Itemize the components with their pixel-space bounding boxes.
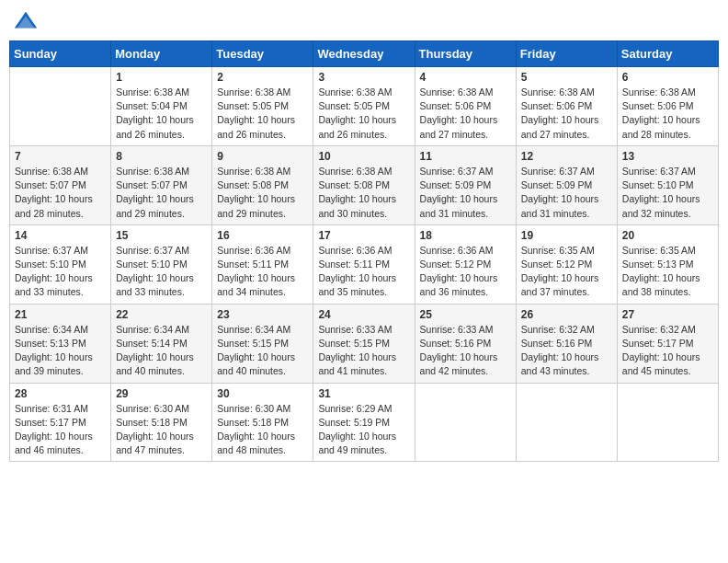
day-number: 6	[622, 71, 713, 84]
calendar-week-row: 21Sunrise: 6:34 AMSunset: 5:13 PMDayligh…	[10, 304, 719, 383]
day-info: Sunrise: 6:31 AMSunset: 5:17 PMDaylight:…	[15, 402, 106, 458]
logo	[13, 9, 42, 35]
day-info: Sunrise: 6:38 AMSunset: 5:08 PMDaylight:…	[318, 165, 409, 221]
calendar-cell: 16Sunrise: 6:36 AMSunset: 5:11 PMDayligh…	[212, 224, 313, 304]
day-number: 1	[116, 71, 207, 84]
day-info: Sunrise: 6:36 AMSunset: 5:11 PMDaylight:…	[318, 244, 409, 300]
calendar-cell: 12Sunrise: 6:37 AMSunset: 5:09 PMDayligh…	[516, 145, 617, 224]
day-info: Sunrise: 6:37 AMSunset: 5:10 PMDaylight:…	[622, 165, 713, 221]
day-info: Sunrise: 6:37 AMSunset: 5:09 PMDaylight:…	[521, 165, 612, 221]
weekday-header-sunday: Sunday	[10, 41, 111, 67]
weekday-header-monday: Monday	[111, 41, 212, 67]
day-number: 17	[318, 229, 409, 242]
day-info: Sunrise: 6:38 AMSunset: 5:06 PMDaylight:…	[420, 86, 511, 142]
calendar-cell: 3Sunrise: 6:38 AMSunset: 5:05 PMDaylight…	[313, 67, 415, 146]
calendar-week-row: 28Sunrise: 6:31 AMSunset: 5:17 PMDayligh…	[10, 383, 719, 462]
day-info: Sunrise: 6:30 AMSunset: 5:18 PMDaylight:…	[217, 402, 308, 458]
day-number: 27	[622, 308, 713, 321]
calendar-cell: 7Sunrise: 6:38 AMSunset: 5:07 PMDaylight…	[10, 145, 111, 224]
calendar-cell: 10Sunrise: 6:38 AMSunset: 5:08 PMDayligh…	[313, 145, 415, 224]
calendar-cell: 6Sunrise: 6:38 AMSunset: 5:06 PMDaylight…	[617, 67, 718, 146]
calendar-cell: 5Sunrise: 6:38 AMSunset: 5:06 PMDaylight…	[516, 67, 617, 146]
calendar-cell	[10, 67, 111, 146]
calendar-cell	[516, 383, 617, 462]
day-number: 29	[116, 387, 207, 400]
day-number: 23	[217, 308, 308, 321]
day-info: Sunrise: 6:34 AMSunset: 5:14 PMDaylight:…	[116, 323, 207, 379]
calendar-cell: 9Sunrise: 6:38 AMSunset: 5:08 PMDaylight…	[212, 145, 313, 224]
day-info: Sunrise: 6:34 AMSunset: 5:13 PMDaylight:…	[15, 323, 106, 379]
calendar-cell: 11Sunrise: 6:37 AMSunset: 5:09 PMDayligh…	[415, 145, 516, 224]
day-info: Sunrise: 6:38 AMSunset: 5:04 PMDaylight:…	[116, 86, 207, 142]
day-number: 31	[318, 387, 409, 400]
weekday-header-wednesday: Wednesday	[313, 41, 415, 67]
day-number: 16	[217, 229, 308, 242]
weekday-header-row: SundayMondayTuesdayWednesdayThursdayFrid…	[10, 41, 719, 67]
calendar-cell: 15Sunrise: 6:37 AMSunset: 5:10 PMDayligh…	[111, 224, 212, 304]
day-number: 28	[15, 387, 106, 400]
calendar-cell	[617, 383, 718, 462]
day-info: Sunrise: 6:29 AMSunset: 5:19 PMDaylight:…	[318, 402, 409, 458]
day-info: Sunrise: 6:32 AMSunset: 5:17 PMDaylight:…	[622, 323, 713, 379]
day-info: Sunrise: 6:38 AMSunset: 5:05 PMDaylight:…	[318, 86, 409, 142]
day-info: Sunrise: 6:35 AMSunset: 5:13 PMDaylight:…	[622, 244, 713, 300]
calendar-cell: 26Sunrise: 6:32 AMSunset: 5:16 PMDayligh…	[516, 304, 617, 383]
calendar-cell: 18Sunrise: 6:36 AMSunset: 5:12 PMDayligh…	[415, 224, 516, 304]
day-info: Sunrise: 6:38 AMSunset: 5:07 PMDaylight:…	[15, 165, 106, 221]
calendar-cell: 29Sunrise: 6:30 AMSunset: 5:18 PMDayligh…	[111, 383, 212, 462]
calendar-cell: 27Sunrise: 6:32 AMSunset: 5:17 PMDayligh…	[617, 304, 718, 383]
calendar-cell: 22Sunrise: 6:34 AMSunset: 5:14 PMDayligh…	[111, 304, 212, 383]
calendar-cell: 25Sunrise: 6:33 AMSunset: 5:16 PMDayligh…	[415, 304, 516, 383]
day-info: Sunrise: 6:34 AMSunset: 5:15 PMDaylight:…	[217, 323, 308, 379]
day-number: 3	[318, 71, 409, 84]
day-info: Sunrise: 6:32 AMSunset: 5:16 PMDaylight:…	[521, 323, 612, 379]
calendar-cell	[415, 383, 516, 462]
day-info: Sunrise: 6:36 AMSunset: 5:12 PMDaylight:…	[420, 244, 511, 300]
calendar-cell: 19Sunrise: 6:35 AMSunset: 5:12 PMDayligh…	[516, 224, 617, 304]
calendar-cell: 30Sunrise: 6:30 AMSunset: 5:18 PMDayligh…	[212, 383, 313, 462]
day-number: 15	[116, 229, 207, 242]
day-info: Sunrise: 6:35 AMSunset: 5:12 PMDaylight:…	[521, 244, 612, 300]
day-number: 5	[521, 71, 612, 84]
calendar-cell: 31Sunrise: 6:29 AMSunset: 5:19 PMDayligh…	[313, 383, 415, 462]
calendar-cell: 28Sunrise: 6:31 AMSunset: 5:17 PMDayligh…	[10, 383, 111, 462]
calendar-week-row: 7Sunrise: 6:38 AMSunset: 5:07 PMDaylight…	[10, 145, 719, 224]
calendar-cell: 4Sunrise: 6:38 AMSunset: 5:06 PMDaylight…	[415, 67, 516, 146]
day-number: 11	[420, 150, 511, 163]
day-number: 21	[15, 308, 106, 321]
day-info: Sunrise: 6:38 AMSunset: 5:06 PMDaylight:…	[622, 86, 713, 142]
day-info: Sunrise: 6:37 AMSunset: 5:10 PMDaylight:…	[15, 244, 106, 300]
calendar-cell: 8Sunrise: 6:38 AMSunset: 5:07 PMDaylight…	[111, 145, 212, 224]
calendar-week-row: 1Sunrise: 6:38 AMSunset: 5:04 PMDaylight…	[10, 67, 719, 146]
weekday-header-thursday: Thursday	[415, 41, 516, 67]
day-info: Sunrise: 6:36 AMSunset: 5:11 PMDaylight:…	[217, 244, 308, 300]
day-info: Sunrise: 6:33 AMSunset: 5:15 PMDaylight:…	[318, 323, 409, 379]
page-header	[9, 9, 719, 35]
calendar-cell: 1Sunrise: 6:38 AMSunset: 5:04 PMDaylight…	[111, 67, 212, 146]
day-number: 20	[622, 229, 713, 242]
calendar-cell: 2Sunrise: 6:38 AMSunset: 5:05 PMDaylight…	[212, 67, 313, 146]
calendar-cell: 20Sunrise: 6:35 AMSunset: 5:13 PMDayligh…	[617, 224, 718, 304]
day-number: 25	[420, 308, 511, 321]
calendar-cell: 24Sunrise: 6:33 AMSunset: 5:15 PMDayligh…	[313, 304, 415, 383]
day-number: 10	[318, 150, 409, 163]
day-number: 13	[622, 150, 713, 163]
weekday-header-saturday: Saturday	[617, 41, 718, 67]
day-number: 9	[217, 150, 308, 163]
day-info: Sunrise: 6:37 AMSunset: 5:09 PMDaylight:…	[420, 165, 511, 221]
day-number: 30	[217, 387, 308, 400]
calendar-cell: 14Sunrise: 6:37 AMSunset: 5:10 PMDayligh…	[10, 224, 111, 304]
calendar-cell: 23Sunrise: 6:34 AMSunset: 5:15 PMDayligh…	[212, 304, 313, 383]
day-number: 2	[217, 71, 308, 84]
calendar-table: SundayMondayTuesdayWednesdayThursdayFrid…	[9, 40, 719, 462]
day-info: Sunrise: 6:38 AMSunset: 5:08 PMDaylight:…	[217, 165, 308, 221]
calendar-cell: 21Sunrise: 6:34 AMSunset: 5:13 PMDayligh…	[10, 304, 111, 383]
day-number: 14	[15, 229, 106, 242]
day-info: Sunrise: 6:30 AMSunset: 5:18 PMDaylight:…	[116, 402, 207, 458]
day-number: 18	[420, 229, 511, 242]
day-number: 12	[521, 150, 612, 163]
weekday-header-tuesday: Tuesday	[212, 41, 313, 67]
day-info: Sunrise: 6:38 AMSunset: 5:07 PMDaylight:…	[116, 165, 207, 221]
calendar-week-row: 14Sunrise: 6:37 AMSunset: 5:10 PMDayligh…	[10, 224, 719, 304]
day-number: 19	[521, 229, 612, 242]
